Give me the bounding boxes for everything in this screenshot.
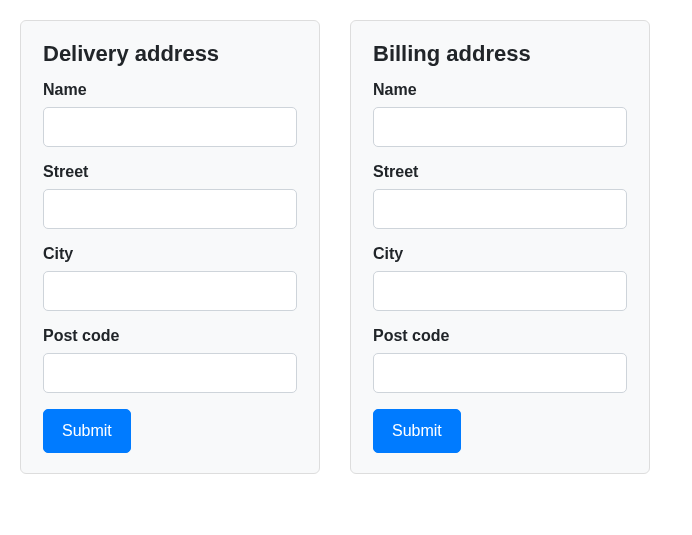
billing-name-label: Name — [373, 81, 627, 99]
billing-card-title: Billing address — [373, 41, 627, 67]
billing-postcode-input[interactable] — [373, 353, 627, 393]
delivery-city-group: City — [43, 245, 297, 311]
billing-name-group: Name — [373, 81, 627, 147]
delivery-postcode-label: Post code — [43, 327, 297, 345]
delivery-city-label: City — [43, 245, 297, 263]
delivery-street-group: Street — [43, 163, 297, 229]
billing-submit-button[interactable]: Submit — [373, 409, 461, 453]
billing-street-group: Street — [373, 163, 627, 229]
billing-postcode-group: Post code — [373, 327, 627, 393]
delivery-postcode-input[interactable] — [43, 353, 297, 393]
billing-street-input[interactable] — [373, 189, 627, 229]
billing-postcode-label: Post code — [373, 327, 627, 345]
delivery-name-label: Name — [43, 81, 297, 99]
delivery-city-input[interactable] — [43, 271, 297, 311]
delivery-address-card: Delivery address Name Street City Post c… — [20, 20, 320, 474]
delivery-name-input[interactable] — [43, 107, 297, 147]
billing-address-card: Billing address Name Street City Post co… — [350, 20, 650, 474]
delivery-postcode-group: Post code — [43, 327, 297, 393]
delivery-name-group: Name — [43, 81, 297, 147]
billing-street-label: Street — [373, 163, 627, 181]
address-forms-container: Delivery address Name Street City Post c… — [20, 20, 672, 474]
billing-city-label: City — [373, 245, 627, 263]
billing-city-input[interactable] — [373, 271, 627, 311]
billing-name-input[interactable] — [373, 107, 627, 147]
billing-city-group: City — [373, 245, 627, 311]
delivery-card-title: Delivery address — [43, 41, 297, 67]
delivery-submit-button[interactable]: Submit — [43, 409, 131, 453]
delivery-street-label: Street — [43, 163, 297, 181]
delivery-street-input[interactable] — [43, 189, 297, 229]
